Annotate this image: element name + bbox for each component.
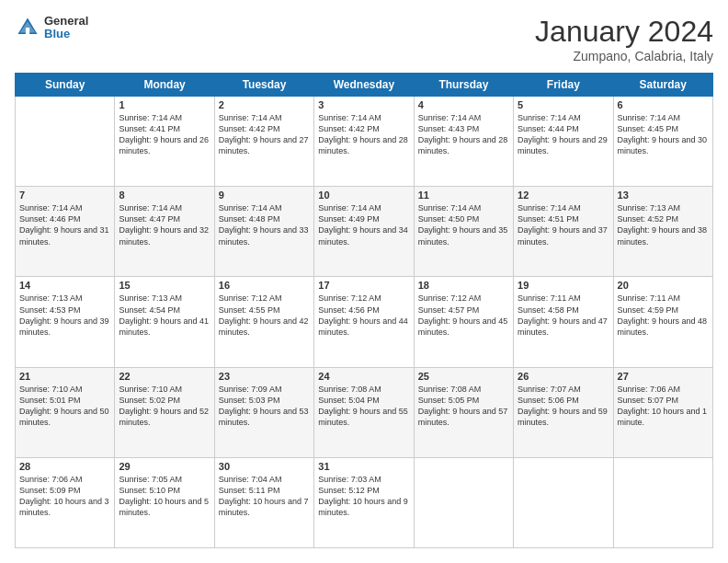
calendar-cell: 24Sunrise: 7:08 AMSunset: 5:04 PMDayligh… xyxy=(314,367,414,457)
cell-content: Sunrise: 7:14 AMSunset: 4:42 PMDaylight:… xyxy=(219,112,310,157)
cell-content: Sunrise: 7:04 AMSunset: 5:11 PMDaylight:… xyxy=(219,474,310,519)
month-title: January 2024 xyxy=(535,15,713,49)
page: General Blue January 2024 Zumpano, Calab… xyxy=(0,0,728,563)
day-number: 16 xyxy=(219,280,310,291)
calendar-cell: 16Sunrise: 7:12 AMSunset: 4:55 PMDayligh… xyxy=(214,277,313,367)
cell-content: Sunrise: 7:14 AMSunset: 4:50 PMDaylight:… xyxy=(418,202,509,247)
calendar-cell: 6Sunrise: 7:14 AMSunset: 4:45 PMDaylight… xyxy=(613,97,712,187)
cell-content: Sunrise: 7:13 AMSunset: 4:54 PMDaylight:… xyxy=(119,293,210,338)
day-number: 1 xyxy=(119,99,210,110)
cell-content: Sunrise: 7:13 AMSunset: 4:52 PMDaylight:… xyxy=(618,202,709,247)
calendar-cell xyxy=(414,457,513,547)
cell-content: Sunrise: 7:14 AMSunset: 4:42 PMDaylight:… xyxy=(318,112,409,157)
cell-content: Sunrise: 7:13 AMSunset: 4:53 PMDaylight:… xyxy=(19,293,110,338)
cell-content: Sunrise: 7:14 AMSunset: 4:51 PMDaylight:… xyxy=(518,202,609,247)
calendar-cell: 9Sunrise: 7:14 AMSunset: 4:48 PMDaylight… xyxy=(214,187,313,277)
calendar-week-row: 7Sunrise: 7:14 AMSunset: 4:46 PMDaylight… xyxy=(16,187,713,277)
cell-content: Sunrise: 7:03 AMSunset: 5:12 PMDaylight:… xyxy=(318,474,409,519)
calendar-cell: 15Sunrise: 7:13 AMSunset: 4:54 PMDayligh… xyxy=(115,277,214,367)
day-number: 12 xyxy=(518,190,609,201)
calendar-cell xyxy=(613,457,712,547)
day-number: 21 xyxy=(19,371,110,382)
day-number: 9 xyxy=(219,190,310,201)
calendar-cell: 19Sunrise: 7:11 AMSunset: 4:58 PMDayligh… xyxy=(514,277,613,367)
cell-content: Sunrise: 7:06 AMSunset: 5:07 PMDaylight:… xyxy=(618,384,709,429)
calendar-cell: 29Sunrise: 7:05 AMSunset: 5:10 PMDayligh… xyxy=(115,457,214,547)
calendar-cell: 22Sunrise: 7:10 AMSunset: 5:02 PMDayligh… xyxy=(115,367,214,457)
day-number: 25 xyxy=(418,371,509,382)
calendar-cell: 28Sunrise: 7:06 AMSunset: 5:09 PMDayligh… xyxy=(16,457,115,547)
calendar-cell: 12Sunrise: 7:14 AMSunset: 4:51 PMDayligh… xyxy=(514,187,613,277)
cell-content: Sunrise: 7:11 AMSunset: 4:59 PMDaylight:… xyxy=(618,293,709,338)
day-number: 5 xyxy=(518,99,609,110)
calendar-cell: 31Sunrise: 7:03 AMSunset: 5:12 PMDayligh… xyxy=(314,457,414,547)
cell-content: Sunrise: 7:08 AMSunset: 5:05 PMDaylight:… xyxy=(418,384,509,429)
calendar-cell: 14Sunrise: 7:13 AMSunset: 4:53 PMDayligh… xyxy=(16,277,115,367)
cell-content: Sunrise: 7:10 AMSunset: 5:02 PMDaylight:… xyxy=(119,384,210,429)
logo: General Blue xyxy=(15,15,88,41)
cell-content: Sunrise: 7:14 AMSunset: 4:48 PMDaylight:… xyxy=(219,202,310,247)
calendar-cell: 17Sunrise: 7:12 AMSunset: 4:56 PMDayligh… xyxy=(314,277,414,367)
cell-content: Sunrise: 7:14 AMSunset: 4:46 PMDaylight:… xyxy=(19,202,110,247)
calendar-cell: 1Sunrise: 7:14 AMSunset: 4:41 PMDaylight… xyxy=(115,97,214,187)
weekday-header: Friday xyxy=(514,74,613,97)
cell-content: Sunrise: 7:12 AMSunset: 4:57 PMDaylight:… xyxy=(418,293,509,338)
day-number: 18 xyxy=(418,280,509,291)
calendar-cell: 20Sunrise: 7:11 AMSunset: 4:59 PMDayligh… xyxy=(613,277,712,367)
header: General Blue January 2024 Zumpano, Calab… xyxy=(15,15,713,63)
weekday-header: Tuesday xyxy=(214,74,313,97)
day-number: 28 xyxy=(19,461,110,472)
day-number: 22 xyxy=(119,371,210,382)
day-number: 6 xyxy=(618,99,709,110)
weekday-header: Monday xyxy=(115,74,214,97)
day-number: 24 xyxy=(318,371,409,382)
svg-rect-2 xyxy=(26,28,29,34)
day-number: 2 xyxy=(219,99,310,110)
calendar-cell: 13Sunrise: 7:13 AMSunset: 4:52 PMDayligh… xyxy=(613,187,712,277)
day-number: 3 xyxy=(318,99,409,110)
day-number: 15 xyxy=(119,280,210,291)
location: Zumpano, Calabria, Italy xyxy=(535,49,713,63)
cell-content: Sunrise: 7:10 AMSunset: 5:01 PMDaylight:… xyxy=(19,384,110,429)
calendar: SundayMondayTuesdayWednesdayThursdayFrid… xyxy=(15,73,713,548)
cell-content: Sunrise: 7:08 AMSunset: 5:04 PMDaylight:… xyxy=(318,384,409,429)
calendar-cell: 26Sunrise: 7:07 AMSunset: 5:06 PMDayligh… xyxy=(514,367,613,457)
day-number: 29 xyxy=(119,461,210,472)
weekday-header: Thursday xyxy=(414,74,513,97)
day-number: 27 xyxy=(618,371,709,382)
calendar-cell: 5Sunrise: 7:14 AMSunset: 4:44 PMDaylight… xyxy=(514,97,613,187)
cell-content: Sunrise: 7:12 AMSunset: 4:56 PMDaylight:… xyxy=(318,293,409,338)
calendar-week-row: 14Sunrise: 7:13 AMSunset: 4:53 PMDayligh… xyxy=(16,277,713,367)
cell-content: Sunrise: 7:07 AMSunset: 5:06 PMDaylight:… xyxy=(518,384,609,429)
cell-content: Sunrise: 7:11 AMSunset: 4:58 PMDaylight:… xyxy=(518,293,609,338)
day-number: 7 xyxy=(19,190,110,201)
weekday-header: Wednesday xyxy=(314,74,414,97)
cell-content: Sunrise: 7:05 AMSunset: 5:10 PMDaylight:… xyxy=(119,474,210,519)
day-number: 31 xyxy=(318,461,409,472)
calendar-cell: 30Sunrise: 7:04 AMSunset: 5:11 PMDayligh… xyxy=(214,457,313,547)
day-number: 20 xyxy=(618,280,709,291)
logo-text: General Blue xyxy=(44,15,88,41)
cell-content: Sunrise: 7:06 AMSunset: 5:09 PMDaylight:… xyxy=(19,474,110,519)
calendar-cell: 18Sunrise: 7:12 AMSunset: 4:57 PMDayligh… xyxy=(414,277,513,367)
calendar-cell: 7Sunrise: 7:14 AMSunset: 4:46 PMDaylight… xyxy=(16,187,115,277)
day-number: 30 xyxy=(219,461,310,472)
calendar-cell xyxy=(514,457,613,547)
calendar-cell: 23Sunrise: 7:09 AMSunset: 5:03 PMDayligh… xyxy=(214,367,313,457)
calendar-week-row: 21Sunrise: 7:10 AMSunset: 5:01 PMDayligh… xyxy=(16,367,713,457)
day-number: 23 xyxy=(219,371,310,382)
day-number: 10 xyxy=(318,190,409,201)
cell-content: Sunrise: 7:12 AMSunset: 4:55 PMDaylight:… xyxy=(219,293,310,338)
day-number: 26 xyxy=(518,371,609,382)
calendar-cell: 21Sunrise: 7:10 AMSunset: 5:01 PMDayligh… xyxy=(16,367,115,457)
calendar-cell: 4Sunrise: 7:14 AMSunset: 4:43 PMDaylight… xyxy=(414,97,513,187)
day-number: 11 xyxy=(418,190,509,201)
calendar-cell: 8Sunrise: 7:14 AMSunset: 4:47 PMDaylight… xyxy=(115,187,214,277)
weekday-header: Saturday xyxy=(613,74,712,97)
cell-content: Sunrise: 7:14 AMSunset: 4:43 PMDaylight:… xyxy=(418,112,509,157)
title-block: January 2024 Zumpano, Calabria, Italy xyxy=(535,15,713,63)
calendar-cell: 11Sunrise: 7:14 AMSunset: 4:50 PMDayligh… xyxy=(414,187,513,277)
cell-content: Sunrise: 7:09 AMSunset: 5:03 PMDaylight:… xyxy=(219,384,310,429)
calendar-cell xyxy=(16,97,115,187)
day-number: 8 xyxy=(119,190,210,201)
